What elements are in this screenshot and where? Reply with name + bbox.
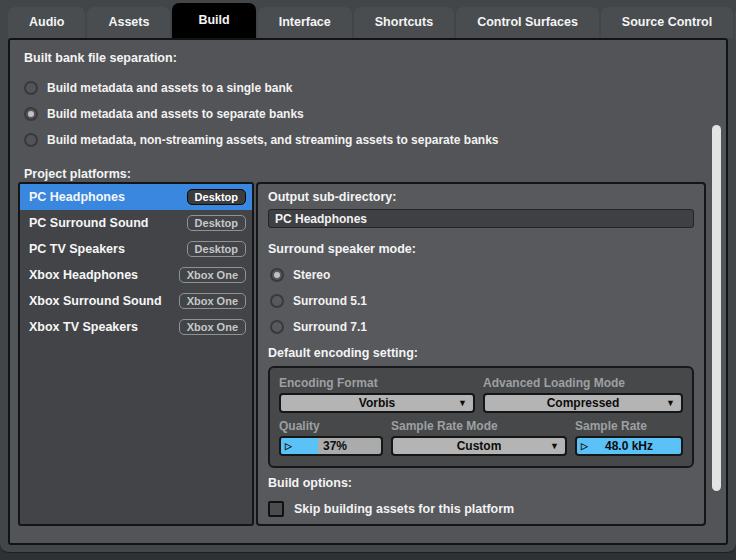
sample-rate-mode-label: Sample Rate Mode [391,418,575,434]
quality-slider[interactable]: ▷ 37% [279,436,383,456]
platform-name: Xbox Headphones [29,268,138,282]
checkbox-label: Skip building assets for this platform [294,502,514,516]
dropdown-value: Vorbis [359,396,395,410]
tab-shortcuts[interactable]: Shortcuts [354,7,454,38]
radio-icon-selected [24,107,38,121]
radio-icon [270,320,284,334]
encoding-panel: Encoding Format Advanced Loading Mode Vo… [268,366,694,468]
radio-surround-71[interactable]: Surround 7.1 [270,314,694,340]
tab-bar: Audio Assets Build Interface Shortcuts C… [8,0,728,38]
platform-detail-panel: Output sub-directory: Surround speaker m… [256,182,706,526]
slider-value: 48.0 kHz [577,438,681,454]
output-subdirectory-input[interactable] [268,209,694,228]
platform-badge: Desktop [187,241,246,257]
checkbox-icon[interactable] [268,501,284,517]
radio-icon [270,294,284,308]
tab-control-surfaces[interactable]: Control Surfaces [456,7,599,38]
radio-icon [24,81,38,95]
radio-icon [24,133,38,147]
tab-assets[interactable]: Assets [87,7,170,38]
tab-source-control[interactable]: Source Control [601,7,733,38]
project-platforms-title: Project platforms: [24,167,726,183]
radio-separate-banks[interactable]: Build metadata and assets to separate ba… [24,101,726,127]
tab-build[interactable]: Build [172,3,255,38]
radio-label: Build metadata and assets to a single ba… [47,81,292,95]
platform-row-pc-headphones[interactable]: PC Headphones Desktop [20,184,252,210]
radio-label: Surround 7.1 [293,320,367,334]
platform-name: PC TV Speakers [29,242,125,256]
radio-surround-51[interactable]: Surround 5.1 [270,288,694,314]
platform-badge: Desktop [187,189,246,205]
build-settings-panel: Built bank file separation: Build metada… [8,38,728,545]
platform-list: PC Headphones Desktop PC Surround Sound … [18,182,254,526]
slider-handle-icon: ▷ [285,441,292,451]
platforms-columns: PC Headphones Desktop PC Surround Sound … [18,182,706,526]
platform-badge: Desktop [187,215,246,231]
sample-rate-mode-dropdown[interactable]: Custom ▼ [391,436,567,456]
bank-separation-title: Built bank file separation: [24,51,726,67]
encoding-setting-label: Default encoding setting: [268,346,694,362]
radio-label: Build metadata and assets to separate ba… [47,107,304,121]
quality-label: Quality [279,418,391,434]
platform-name: PC Surround Sound [29,216,148,230]
platform-name: Xbox TV Speakers [29,320,138,334]
preferences-dialog: Audio Assets Build Interface Shortcuts C… [0,0,736,553]
slider-handle-icon: ▷ [581,441,588,451]
chevron-down-icon: ▼ [458,398,467,408]
encoding-format-dropdown[interactable]: Vorbis ▼ [279,393,475,413]
dropdown-value: Compressed [547,396,620,410]
platform-row-pc-tv[interactable]: PC TV Speakers Desktop [20,236,252,262]
platform-name: Xbox Surround Sound [29,294,162,308]
output-subdirectory-label: Output sub-directory: [268,190,694,206]
radio-icon-selected [270,268,284,282]
sample-rate-label: Sample Rate [575,418,683,434]
platform-row-xbox-headphones[interactable]: Xbox Headphones Xbox One [20,262,252,288]
radio-label: Stereo [293,268,330,282]
platform-row-pc-surround[interactable]: PC Surround Sound Desktop [20,210,252,236]
platform-badge: Xbox One [179,267,246,283]
chevron-down-icon: ▼ [666,398,675,408]
skip-assets-checkbox-row[interactable]: Skip building assets for this platform [268,498,694,520]
surround-mode-label: Surround speaker mode: [268,242,694,258]
vertical-scrollbar-thumb[interactable] [712,125,721,491]
radio-streaming-separate-banks[interactable]: Build metadata, non-streaming assets, an… [24,127,726,153]
sample-rate-slider[interactable]: ▷ 48.0 kHz [575,436,683,456]
platform-row-xbox-surround[interactable]: Xbox Surround Sound Xbox One [20,288,252,314]
loading-mode-dropdown[interactable]: Compressed ▼ [483,393,683,413]
chevron-down-icon: ▼ [550,441,559,451]
encoding-format-label: Encoding Format [279,375,483,391]
build-options-label: Build options: [268,476,694,492]
radio-label: Build metadata, non-streaming assets, an… [47,133,498,147]
platform-name: PC Headphones [29,190,125,204]
tab-audio[interactable]: Audio [8,7,85,38]
radio-stereo[interactable]: Stereo [270,262,694,288]
loading-mode-label: Advanced Loading Mode [483,375,683,391]
platform-badge: Xbox One [179,319,246,335]
tab-interface[interactable]: Interface [258,7,352,38]
radio-single-bank[interactable]: Build metadata and assets to a single ba… [24,75,726,101]
dropdown-value: Custom [457,439,502,453]
slider-value: 37% [323,439,347,453]
radio-label: Surround 5.1 [293,294,367,308]
platform-row-xbox-tv[interactable]: Xbox TV Speakers Xbox One [20,314,252,340]
platform-badge: Xbox One [179,293,246,309]
